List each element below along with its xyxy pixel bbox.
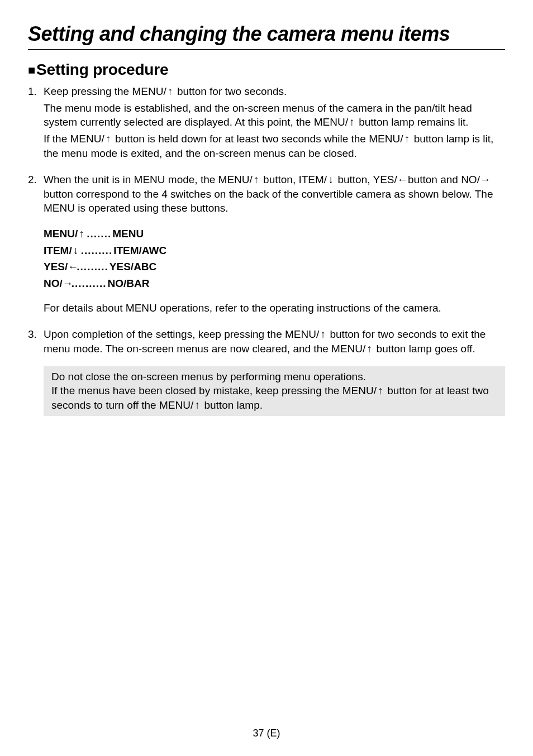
step-2: When the unit is in MENU mode, the MENU/…	[28, 173, 505, 315]
step1-line1: Keep pressing the MENU/↑ button for two …	[44, 84, 505, 99]
mapping-key: ITEM/↓	[44, 243, 80, 258]
step1-line3: If the MENU/↑ button is held down for at…	[44, 132, 505, 160]
mapping-key: MENU/↑	[44, 227, 85, 241]
step1-line2: The menu mode is established, and the on…	[44, 101, 505, 130]
mapping-row-yes: YES/← .........YES/ABC	[44, 260, 505, 274]
text-fragment: If the menus have been closed by mistake…	[51, 385, 377, 396]
step2-line1: When the unit is in MENU mode, the MENU/…	[44, 173, 505, 216]
steps-list: Keep pressing the MENU/↑ button for two …	[28, 84, 505, 416]
mapping-key: NO/→	[44, 276, 70, 291]
left-arrow-icon: ←	[68, 260, 75, 274]
left-arrow-icon: ←	[397, 173, 405, 187]
text-fragment: YES/	[44, 261, 68, 272]
mapping-value: YES/ABC	[110, 260, 156, 274]
note-line1: Do not close the on-screen menus by perf…	[51, 370, 497, 384]
up-arrow-icon: ↑	[253, 173, 260, 187]
square-icon: ■	[28, 63, 35, 78]
mapping-row-no: NO/→ ..........NO/BAR	[44, 276, 505, 291]
text-fragment: button correspond to the 4 switches on t…	[44, 188, 493, 214]
text-fragment: When the unit is in MENU mode, the MENU/	[44, 174, 253, 185]
button-mapping-list: MENU/↑ .......MENU ITEM/↓ .........ITEM/…	[44, 227, 505, 291]
text-fragment: button and NO/	[405, 174, 480, 185]
page-title: Setting and changing the camera menu ite…	[28, 22, 505, 46]
text-fragment: button, ITEM/	[260, 174, 327, 185]
up-arrow-icon: ↑	[348, 115, 356, 130]
up-arrow-icon: ↑	[104, 132, 112, 146]
up-arrow-icon: ↑	[377, 384, 384, 398]
mapping-dots: .......	[85, 227, 112, 241]
text-fragment: button lamp goes off.	[373, 343, 475, 355]
text-fragment: Keep pressing the MENU/	[44, 85, 166, 97]
mapping-dots: .........	[75, 260, 110, 274]
mapping-row-menu: MENU/↑ .......MENU	[44, 227, 505, 241]
page-container: Setting and changing the camera menu ite…	[0, 0, 533, 756]
section-heading: ■Setting procedure	[28, 61, 505, 79]
mapping-dots: .........	[80, 243, 114, 258]
up-arrow-icon: ↑	[78, 227, 85, 241]
text-fragment: MENU/	[44, 228, 78, 240]
mapping-value: ITEM/AWC	[113, 243, 166, 258]
step-3: Upon completion of the settings, keep pr…	[28, 327, 505, 415]
up-arrow-icon: ↑	[319, 327, 327, 342]
mapping-value: MENU	[112, 227, 144, 241]
text-fragment: button is held down for at least two sec…	[112, 133, 403, 145]
mapping-dots: ..........	[70, 276, 108, 291]
mapping-row-item: ITEM/↓ .........ITEM/AWC	[44, 243, 505, 258]
text-fragment: button for two seconds.	[174, 85, 287, 97]
down-arrow-icon: ↓	[72, 243, 80, 258]
step2-reference-line: For details about MENU operations, refer…	[44, 301, 505, 315]
down-arrow-icon: ↓	[327, 173, 335, 187]
section-heading-text: Setting procedure	[36, 61, 168, 78]
text-fragment: NO/	[44, 277, 63, 289]
step3-line1: Upon completion of the settings, keep pr…	[44, 327, 505, 356]
text-fragment: Upon completion of the settings, keep pr…	[44, 328, 319, 340]
text-fragment: button, YES/	[335, 174, 397, 185]
up-arrow-icon: ↑	[365, 342, 373, 356]
right-arrow-icon: →	[63, 276, 70, 291]
page-number: 37 (E)	[0, 728, 533, 739]
note-line2: If the menus have been closed by mistake…	[51, 384, 497, 412]
text-fragment: ITEM/	[44, 245, 72, 256]
text-fragment: button lamp.	[201, 399, 263, 411]
up-arrow-icon: ↑	[193, 398, 201, 413]
text-fragment: button lamp remains lit.	[356, 116, 469, 128]
text-fragment: If the MENU/	[44, 133, 104, 145]
up-arrow-icon: ↑	[403, 132, 411, 146]
note-box: Do not close the on-screen menus by perf…	[44, 366, 505, 416]
title-underline	[28, 49, 505, 50]
up-arrow-icon: ↑	[166, 84, 174, 99]
step-1: Keep pressing the MENU/↑ button for two …	[28, 84, 505, 160]
right-arrow-icon: →	[480, 173, 488, 187]
mapping-key: YES/←	[44, 260, 75, 274]
mapping-value: NO/BAR	[108, 276, 150, 291]
